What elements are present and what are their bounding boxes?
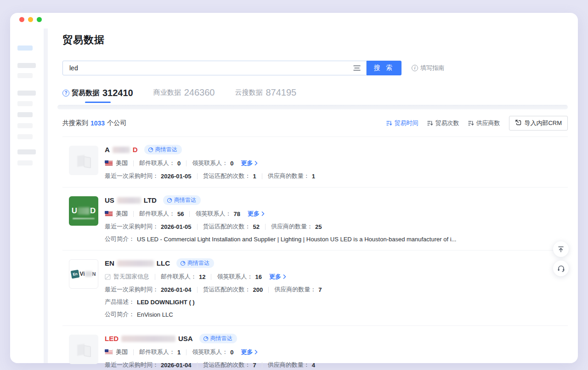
sidebar-item[interactable] [17, 101, 33, 106]
radar-badge[interactable]: 商情雷达 [163, 195, 201, 205]
email-contacts-value[interactable]: 1 [177, 349, 181, 356]
page-title: 贸易数据 [62, 33, 568, 47]
tab-count: 246360 [184, 87, 215, 98]
sort-trade-count[interactable]: 贸易次数 [427, 119, 459, 127]
sidebar-item[interactable] [17, 73, 33, 78]
supplier-count-value: 7 [318, 286, 322, 293]
chevron-right-icon [283, 274, 286, 279]
last-purchase-label: 最近一次采购时间： [105, 285, 158, 294]
company-name[interactable]: ENLLC [105, 259, 170, 267]
guide-link[interactable]: 填写指南 [412, 64, 444, 72]
divider [268, 287, 269, 293]
email-contacts-value[interactable]: 56 [177, 211, 184, 217]
divider [186, 349, 187, 355]
country-label: 美国 [116, 159, 128, 167]
radar-badge[interactable]: 商情雷达 [144, 145, 182, 154]
linkedin-contacts-value[interactable]: 78 [233, 211, 240, 217]
redacted-logo-segment [85, 271, 92, 277]
customer-service-button[interactable] [553, 261, 569, 276]
company-profile-label: 公司简介： [105, 310, 135, 319]
divider [211, 274, 211, 280]
search-button[interactable]: 搜 索 [367, 61, 401, 75]
supplier-count-label: 供应商的数量： [274, 285, 316, 294]
divider [186, 160, 187, 166]
radar-badge[interactable]: 商情雷达 [199, 334, 237, 343]
company-card[interactable]: AD 商情雷达 美国 邮件联系人：0 领英联系人：0 更多 最近一次采购时间：2… [62, 137, 568, 188]
divider [189, 211, 190, 217]
import-crm-button[interactable]: 导入内部CRM [509, 116, 568, 131]
sidebar-item-active[interactable] [17, 46, 33, 51]
window-controls [19, 17, 42, 22]
company-card-body: ENLLC 商情雷达 暂无国家信息 邮件联系人：12 领英联系人：16 更多 最… [105, 256, 568, 319]
sort-trade-time[interactable]: 贸易时间 [386, 119, 418, 127]
minimize-window-button[interactable] [28, 17, 33, 22]
company-name-segment: A [105, 146, 110, 154]
email-contacts-value[interactable]: 12 [199, 273, 205, 280]
divider [155, 274, 155, 280]
freight-match-value: 1 [253, 173, 256, 180]
email-contacts-label: 邮件联系人： [161, 273, 197, 281]
last-purchase-value: 2026-01-05 [161, 173, 192, 180]
chevron-right-icon [254, 161, 258, 165]
linkedin-contacts-label: 领英联系人： [192, 348, 228, 356]
tab-cloud-search-data[interactable]: 云搜数据 874195 [235, 87, 297, 104]
sidebar-item[interactable] [17, 149, 36, 154]
freight-match-label: 货运匹配的次数： [203, 361, 251, 369]
radar-badge-label: 商情雷达 [210, 335, 232, 342]
company-name-segment: USA [178, 335, 193, 342]
company-card[interactable]: EnViN ENLLC 商情雷达 暂无国家信息 邮件联系人：12 领英联系人：1… [62, 250, 568, 326]
more-link[interactable]: 更多 [241, 348, 258, 356]
redacted-name-segment [121, 336, 175, 342]
company-card[interactable]: UD USLTD 商情雷达 美国 邮件联系人：56 领英联系人：78 更多 最近… [62, 188, 568, 250]
sidebar-divider [44, 28, 48, 363]
company-card[interactable]: LEDUSA 商情雷达 美国 邮件联系人：1 领英联系人：0 更多 最近一次采购… [62, 326, 568, 370]
tab-trade-data[interactable]: 贸易数据 312410 [62, 88, 133, 105]
company-name[interactable]: LEDUSA [105, 335, 193, 342]
sidebar-item[interactable] [17, 123, 33, 128]
company-logo [69, 146, 98, 175]
search-input[interactable]: led [62, 61, 367, 75]
maximize-window-button[interactable] [37, 17, 42, 22]
linkedin-contacts-label: 领英联系人： [195, 210, 231, 218]
sort-label: 贸易时间 [394, 119, 418, 127]
supplier-count-label: 供应商的数量： [268, 172, 310, 180]
last-purchase-value: 2026-01-04 [161, 286, 192, 293]
sort-supplier-count[interactable]: 供应商数 [468, 119, 500, 127]
linkedin-contacts-value[interactable]: 16 [255, 273, 261, 280]
freight-match-label: 货运匹配的次数： [203, 172, 251, 180]
tab-business-data[interactable]: 商业数据 246360 [153, 87, 215, 104]
sort-label: 供应商数 [476, 119, 500, 127]
question-circle-icon[interactable] [62, 90, 69, 97]
more-link[interactable]: 更多 [269, 273, 286, 281]
chevron-right-icon [254, 350, 258, 354]
company-name[interactable]: AD [105, 146, 138, 154]
email-contacts-label: 邮件联系人： [139, 210, 175, 218]
sidebar-item[interactable] [17, 112, 33, 117]
linkedin-contacts-value: 0 [230, 349, 233, 356]
company-name[interactable]: USLTD [105, 196, 157, 204]
company-name-segment: LTD [144, 196, 157, 204]
close-window-button[interactable] [19, 17, 24, 22]
no-country-icon [105, 274, 111, 280]
sidebar-item[interactable] [17, 63, 36, 68]
search-bar: led 搜 索 填写指南 [62, 61, 568, 75]
radar-badge[interactable]: 商情雷达 [176, 258, 214, 268]
divider [262, 362, 262, 368]
company-profile-value: US LED - Commercial Light Installation a… [137, 236, 456, 243]
tab-panel-divider [57, 105, 568, 109]
more-link[interactable]: 更多 [248, 210, 265, 218]
radar-badge-label: 商情雷达 [155, 146, 177, 154]
company-logo: UD [69, 196, 98, 226]
radar-badge-label: 商情雷达 [174, 196, 196, 204]
sidebar-item[interactable] [17, 134, 33, 139]
more-link[interactable]: 更多 [241, 159, 258, 167]
sidebar-item[interactable] [17, 91, 36, 96]
filter-lines-icon[interactable] [353, 65, 361, 73]
radar-icon [167, 198, 172, 203]
supplier-count-value: 25 [315, 223, 322, 230]
search-input-value: led [69, 64, 78, 72]
back-to-top-button[interactable] [553, 241, 569, 257]
sidebar-item[interactable] [17, 160, 33, 165]
last-purchase-label: 最近一次采购时间： [105, 361, 158, 369]
us-flag-icon [105, 349, 113, 355]
